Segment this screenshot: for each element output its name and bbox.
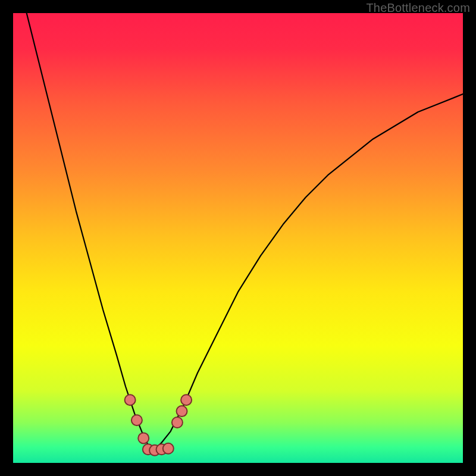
chart-background (13, 13, 463, 463)
watermark-text: TheBottleneck.com (366, 1, 470, 15)
bottleneck-chart (13, 13, 463, 463)
data-marker (138, 433, 149, 443)
chart-frame (13, 13, 463, 463)
data-marker (131, 415, 142, 425)
data-marker (172, 417, 183, 428)
data-marker (163, 443, 174, 454)
data-marker (181, 394, 192, 405)
data-marker (177, 406, 187, 416)
data-marker (125, 394, 136, 405)
